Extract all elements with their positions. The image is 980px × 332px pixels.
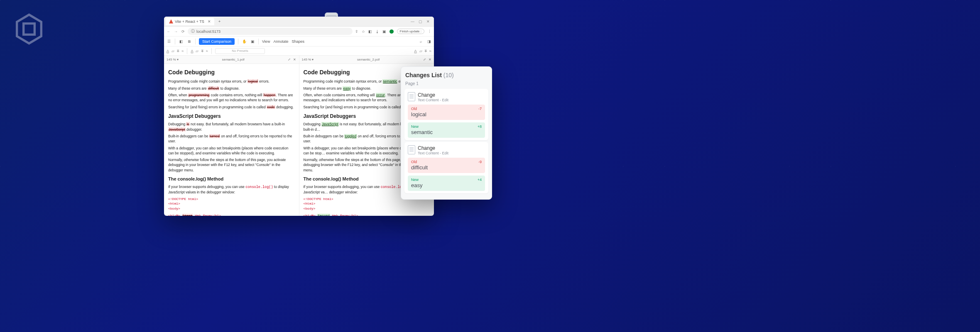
pan-icon[interactable]: ✋ <box>242 39 247 44</box>
changes-page-label: Page 1 <box>401 80 492 87</box>
change-title: Change <box>418 92 448 98</box>
underline2-icon[interactable]: A <box>191 49 193 53</box>
close-tab-icon[interactable]: ✕ <box>208 20 211 24</box>
star-icon[interactable]: ☆ <box>362 29 365 34</box>
close-pane-icon[interactable]: ✕ <box>293 58 296 61</box>
heading-console-log: The console.log() Method <box>168 176 295 183</box>
info-icon: ⓘ <box>191 29 195 34</box>
strike2-icon[interactable]: T <box>201 49 203 53</box>
panel-right-icon[interactable]: ◨ <box>426 39 431 44</box>
kebab-icon[interactable]: ⋮ <box>428 29 431 34</box>
squiggly3-icon[interactable]: ≈ <box>429 49 431 53</box>
highlight2-icon[interactable]: ▱ <box>196 49 198 53</box>
zoom-caret-icon[interactable]: ▾ <box>177 58 179 61</box>
diff-old-block: Old-7 logical <box>408 105 485 120</box>
squiggly-icon[interactable]: ≈ <box>182 49 184 53</box>
changes-list-panel: Changes List (10) Page 1 Change Text Con… <box>401 66 492 200</box>
new-tab-button[interactable]: ＋ <box>216 19 223 24</box>
expand-icon[interactable]: ⤢ <box>288 58 291 61</box>
expand-icon[interactable]: ⤢ <box>423 58 426 61</box>
app-main-toolbar: ☰ ◧ 🗎 Start Comparison ✋ ▣ View Annotate… <box>164 37 434 46</box>
changes-list-title: Changes List <box>405 72 442 78</box>
url-text: localhost:5173 <box>196 29 220 34</box>
zoom-level-left: 145 % <box>167 58 176 61</box>
left-pane: 145 % ▾ semantic_1.pdf ⤢✕ Code Debugging… <box>164 56 299 216</box>
document-left: Code Debugging Programming code might co… <box>164 64 299 216</box>
window-maximize-icon[interactable]: ▢ <box>419 20 422 24</box>
browser-titlebar: Vite + React + TS ✕ ＋ — ▢ ✕ <box>164 17 434 27</box>
format-toolbar: A ▱ T ≈ A ▱ T ≈ No Presets A ▱ T ≈ <box>164 46 434 56</box>
changes-count: (10) <box>443 72 454 78</box>
reload-icon[interactable]: ⟳ <box>181 29 185 34</box>
zoom-level-right: 145 % <box>302 58 311 61</box>
app-window: Vite + React + TS ✕ ＋ — ▢ ✕ ← → ⟳ ⓘ loca… <box>164 17 434 216</box>
panel-left-icon[interactable]: ◧ <box>179 39 184 44</box>
change-item[interactable]: Change Text Content - Edit Old-7 logical… <box>404 89 488 140</box>
heading-code-debugging: Code Debugging <box>168 68 295 76</box>
underline-icon[interactable]: A <box>167 49 169 53</box>
browser-addressbar: ← → ⟳ ⓘ localhost:5173 ⇧ ☆ ◧ ⭳ ▣ Finish … <box>164 27 434 37</box>
view-menu[interactable]: View <box>262 39 270 44</box>
diff-deleted-word: logical <box>247 79 258 83</box>
window-close-icon[interactable]: ✕ <box>426 20 430 24</box>
forward-icon[interactable]: → <box>174 29 178 34</box>
url-input[interactable]: ⓘ localhost:5173 <box>188 28 353 35</box>
strike-icon[interactable]: T <box>177 49 179 53</box>
window-minimize-icon[interactable]: — <box>411 20 414 24</box>
zoom-caret-icon[interactable]: ▾ <box>312 58 314 61</box>
underline3-icon[interactable]: A <box>414 49 417 53</box>
heading-js-debuggers: JavaScript Debuggers <box>168 113 295 120</box>
filename-left: semantic_1.pdf <box>222 58 244 61</box>
profile-avatar-icon[interactable] <box>390 29 394 34</box>
document-icon <box>408 145 415 154</box>
diff-inserted-word: semantic <box>382 79 397 83</box>
download-icon[interactable]: ⭳ <box>375 29 379 34</box>
document-icon <box>408 92 415 101</box>
vite-favicon-icon <box>169 20 173 24</box>
extension2-icon[interactable]: ▣ <box>382 29 386 34</box>
highlight3-icon[interactable]: ▱ <box>419 49 422 53</box>
close-pane-icon[interactable]: ✕ <box>429 58 431 61</box>
svg-rect-0 <box>24 24 35 35</box>
change-item[interactable]: Change Text Content - Edit Old-9 difficu… <box>404 142 488 193</box>
annotate-menu[interactable]: Annotate <box>273 39 288 44</box>
presets-dropdown[interactable]: No Presets <box>215 48 265 54</box>
highlight-icon[interactable]: ▱ <box>172 49 174 53</box>
extension-icon[interactable]: ◧ <box>368 29 372 34</box>
browser-tab[interactable]: Vite + React + TS ✕ <box>166 18 214 25</box>
squiggly2-icon[interactable]: ≈ <box>206 49 208 53</box>
shapes-menu[interactable]: Shapes <box>292 39 304 44</box>
brand-logo-icon <box>12 12 46 46</box>
update-pill[interactable]: Finish update : <box>397 29 424 34</box>
strike3-icon[interactable]: T <box>425 49 427 53</box>
share-icon[interactable]: ⇧ <box>355 29 358 34</box>
tab-title: Vite + React + TS <box>175 20 204 24</box>
back-icon[interactable]: ← <box>167 29 171 34</box>
change-subtitle: Text Content - Edit <box>418 98 448 102</box>
document-icon[interactable]: 🗎 <box>187 39 192 44</box>
search-icon[interactable]: ⌕ <box>418 39 423 44</box>
menu-icon[interactable]: ☰ <box>167 39 172 44</box>
start-comparison-button[interactable]: Start Comparison <box>199 38 235 45</box>
diff-new-block: New+8 semantic <box>408 122 485 138</box>
filename-right: semantic_2.pdf <box>357 58 380 61</box>
crop-icon[interactable]: ▣ <box>250 39 255 44</box>
